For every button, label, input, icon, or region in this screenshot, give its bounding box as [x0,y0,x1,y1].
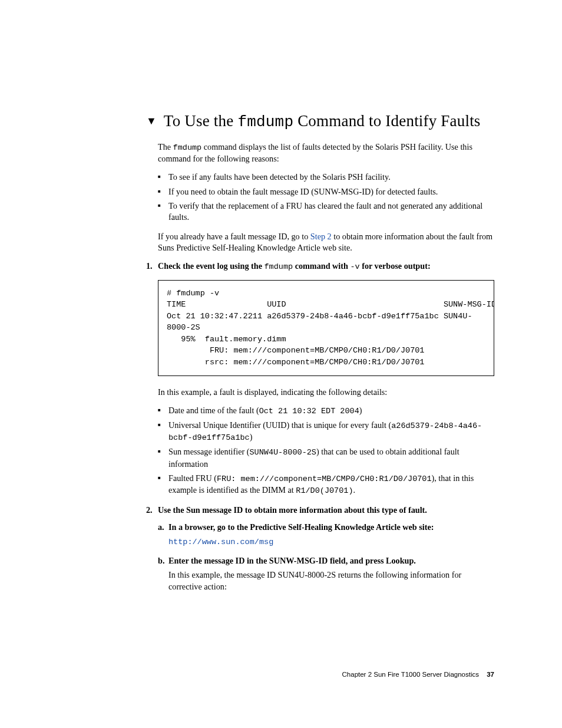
detail-item: Date and time of the fault (Oct 21 10:32… [168,405,494,417]
after-code-paragraph: In this example, a fault is displayed, i… [158,387,494,398]
section-heading-row: ▼ To Use the fmdump Command to Identify … [146,112,494,131]
d4-mono1: FRU: mem:///component=MB/CMP0/CH0:R1/D0/… [217,475,432,483]
heading-cmd: fmdump [237,113,293,131]
d1-a: Date and time of the fault ( [168,406,259,415]
detail-item: Sun message identifier (SUNW4U-8000-2S) … [168,446,494,469]
footer-page-number: 37 [487,671,494,678]
step-2: 2. Use the Sun message ID to obtain more… [158,505,494,593]
footer-chapter: Chapter 2 Sun Fire T1000 Server Diagnost… [342,671,479,678]
d1-b: ) [359,406,362,415]
page-footer: Chapter 2 Sun Fire T1000 Server Diagnost… [342,671,494,678]
heading-pre: To Use the [164,112,238,130]
details-list: Date and time of the fault (Oct 21 10:32… [158,405,494,496]
step1-a: Check the event log using the [158,261,265,271]
reasons-list: To see if any faults have been detected … [158,172,494,223]
already-a: If you already have a fault message ID, … [158,232,310,241]
d3-a: Sun message identifier ( [168,447,250,456]
step1-title: Check the event log using the fmdump com… [158,261,431,271]
code-block: # fmdump -v TIME UUID SUNW-MSG-ID Oct 21… [158,280,494,376]
d4-a: Faulted FRU ( [168,473,217,483]
step2-link[interactable]: Step 2 [310,232,332,241]
reason-item: To see if any faults have been detected … [168,172,494,183]
d2-b: ) [250,432,253,442]
body-column: The fmdump command displays the list of … [146,141,494,593]
substep-a-title: In a browser, go to the Predictive Self-… [168,522,434,532]
step2-title: Use the Sun message ID to obtain more in… [158,505,427,515]
step-number: 2. [146,505,153,516]
substep-letter: b. [158,555,164,567]
section-heading: To Use the fmdump Command to Identify Fa… [164,112,481,131]
intro-b: command displays the list of faults dete… [158,142,472,163]
intro-cmd: fmdump [173,143,202,152]
substeps-list: a. In a browser, go to the Predictive Se… [158,522,494,592]
step-1: 1. Check the event log using the fmdump … [158,261,494,496]
page-content: ▼ To Use the fmdump Command to Identify … [0,0,562,593]
step1-b: command with [293,261,350,271]
intro-paragraph: The fmdump command displays the list of … [158,141,494,164]
already-paragraph: If you already have a fault message ID, … [158,231,494,253]
reason-item: If you need to obtain the fault message … [168,186,494,197]
substep-b: b. Enter the message ID in the SUNW-MSG-… [168,555,494,593]
substep-b-title: Enter the message ID in the SUNW-MSG-ID … [168,556,416,565]
step1-cmd: fmdump [265,262,293,271]
heading-post: Command to Identify Faults [293,112,480,130]
steps-list: 1. Check the event log using the fmdump … [158,261,494,592]
triangle-down-icon: ▼ [146,116,157,126]
d3-mono: SUNW4U-8000-2S [250,448,316,457]
d1-mono: Oct 21 10:32 EDT 2004 [259,407,359,416]
reason-item: To verify that the replacement of a FRU … [168,200,494,223]
step1-flag: -v [350,262,359,271]
detail-item: Universal Unique Identifier (UUID) that … [168,420,494,443]
step-number: 1. [146,261,153,272]
substep-a-body: http://www.sun.com/msg [168,536,494,548]
d4-c: . [353,485,356,495]
substep-letter: a. [158,522,164,533]
step1-c: for verbose output: [360,261,431,271]
d2-a: Universal Unique Identifier (UUID) that … [168,420,391,430]
intro-a: The [158,142,173,151]
substep-a: a. In a browser, go to the Predictive Se… [168,522,494,548]
msg-url-link[interactable]: http://www.sun.com/msg [168,538,273,546]
substep-b-body: In this example, the message ID SUN4U-80… [168,569,494,593]
detail-item: Faulted FRU (FRU: mem:///component=MB/CM… [168,473,494,496]
d4-mono2: R1/D0(J0701) [296,486,353,495]
